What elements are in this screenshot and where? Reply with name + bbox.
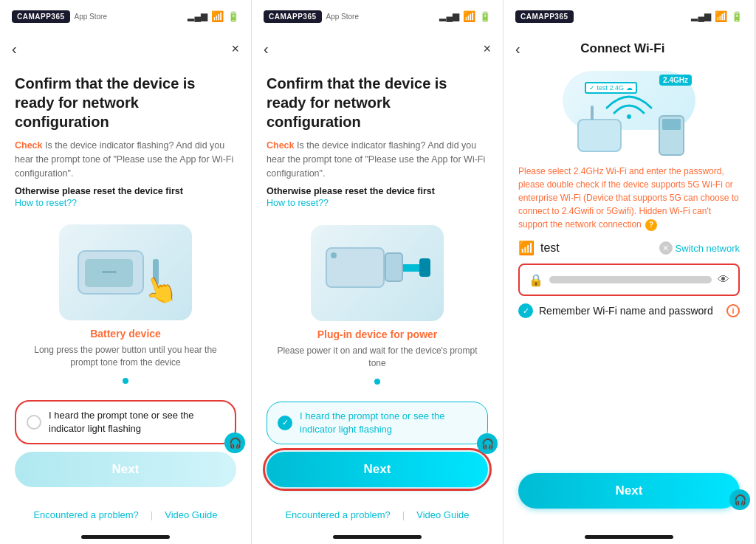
- video-guide-link-1[interactable]: Video Guide: [165, 509, 217, 520]
- close-button-1[interactable]: ×: [231, 41, 239, 57]
- device-label-2: Plug-in device for power: [317, 328, 438, 340]
- check-text-body-1: Is the device indicator flashing? And di…: [15, 140, 233, 179]
- signal-bars-2: ▂▄▆: [439, 11, 459, 21]
- status-bar-2: CAMAPP365 App Store ▂▄▆ 📶 🔋: [252, 0, 503, 32]
- checkbox-circle-2[interactable]: ✓: [278, 416, 292, 430]
- sep-2: |: [402, 509, 405, 520]
- home-bar-2: [333, 535, 422, 539]
- hz-badge: 2.4GHz: [659, 75, 692, 86]
- back-button-3[interactable]: ‹: [515, 41, 520, 58]
- status-icons-3: ▂▄▆ 📶 🔋: [691, 10, 743, 22]
- checkmark-badge: ✓ test 2.4G ☁: [585, 82, 637, 94]
- phone-mini: [659, 115, 684, 156]
- panel-battery-device: CAMAPP365 App Store ▂▄▆ 📶 🔋 ‹ × Confirm …: [0, 0, 252, 544]
- wifi-signal-icon: 📶: [518, 240, 535, 256]
- signal-bars-3: ▂▄▆: [691, 11, 711, 21]
- app-name-badge-2: CAMAPP365: [264, 10, 322, 23]
- password-input[interactable]: [549, 276, 712, 283]
- video-guide-link-2[interactable]: Video Guide: [416, 509, 469, 520]
- page-title-2: Confirm that the device is ready for net…: [267, 74, 488, 131]
- support-icon-3[interactable]: 🎧: [729, 489, 750, 510]
- panel-connect-wifi: CAMAPP365 ▂▄▆ 📶 🔋 ‹ Connect Wi-Fi: [504, 0, 755, 544]
- status-bar-3: CAMAPP365 ▂▄▆ 📶 🔋: [504, 0, 755, 32]
- device-desc-2: Please power it on and wait for the devi…: [267, 345, 488, 370]
- app-name-badge-3: CAMAPP365: [515, 10, 574, 23]
- reset-text-1: Otherwise please reset the device first: [15, 186, 236, 196]
- battery-icon-2: 🔋: [479, 11, 491, 22]
- device-image-plugin: [311, 225, 444, 321]
- dot-indicator-1: [123, 378, 128, 384]
- back-button-1[interactable]: ‹: [12, 41, 17, 58]
- eye-icon[interactable]: 👁: [718, 273, 729, 286]
- page-title-1: Confirm that the device is ready for net…: [15, 74, 236, 131]
- next-button-3[interactable]: Next: [518, 473, 740, 509]
- nav-bar-2: ‹ ×: [252, 32, 503, 65]
- battery-icon-3: 🔋: [731, 11, 743, 22]
- lock-icon: 🔒: [529, 273, 543, 287]
- content-1: Confirm that the device is ready for net…: [0, 65, 251, 503]
- device-label-1: Battery device: [90, 328, 161, 340]
- reset-link-1[interactable]: How to reset??: [15, 198, 236, 208]
- home-bar-1: [81, 535, 170, 539]
- question-mark-icon: ?: [645, 219, 657, 231]
- app-store-label-2: App Store: [326, 13, 359, 21]
- check-description-2: Check Is the device indicator flashing? …: [267, 139, 488, 180]
- sep-1: |: [151, 509, 153, 520]
- home-indicator-2: [252, 529, 503, 544]
- battery-icon-1: 🔋: [227, 11, 239, 22]
- wifi-warning-text: Please select 2.4GHz Wi-Fi and enter the…: [518, 165, 740, 231]
- encountered-problem-link-2[interactable]: Encountered a problem?: [285, 509, 390, 520]
- home-bar-3: [585, 535, 673, 539]
- wifi-illustration: ✓ test 2.4G ☁ 2.4GHz: [518, 71, 740, 156]
- illustration-2: Plug-in device for power Please power it…: [267, 216, 488, 401]
- wifi-icon-3: 📶: [715, 10, 727, 22]
- wifi-network-row: 📶 test ✕ Switch network: [518, 240, 740, 256]
- spacer: [518, 328, 740, 473]
- bottom-links-2: Encountered a problem? | Video Guide: [252, 503, 503, 529]
- illustration-1: 👆 Battery device Long press the power bu…: [15, 216, 236, 399]
- nav-bar-3: ‹ Connect Wi-Fi: [504, 32, 755, 65]
- reset-link-2[interactable]: How to reset??: [267, 198, 488, 208]
- nav-title-3: Connect Wi-Fi: [580, 41, 664, 56]
- checkbox-label-2: I heard the prompt tone or see the indic…: [300, 410, 477, 436]
- status-bar-1: CAMAPP365 App Store ▂▄▆ 📶 🔋: [0, 0, 251, 32]
- switch-network-label: Switch network: [676, 243, 740, 254]
- check-description-1: Check Is the device indicator flashing? …: [15, 139, 236, 180]
- wifi-icon-1: 📶: [211, 10, 224, 22]
- wifi-icon-2: 📶: [463, 10, 475, 22]
- remember-label: Remember Wi-Fi name and password: [539, 305, 721, 317]
- next-button-1[interactable]: Next: [15, 452, 236, 487]
- home-indicator-3: [504, 529, 755, 544]
- password-field[interactable]: 🔒 👁: [518, 264, 740, 296]
- checkbox-circle-1[interactable]: [27, 415, 41, 430]
- support-icon-2[interactable]: 🎧: [477, 433, 498, 454]
- next-button-2[interactable]: Next: [267, 452, 488, 487]
- checkbox-label-1: I heard the prompt tone or see the indic…: [49, 409, 224, 435]
- router-antenna: [591, 106, 594, 120]
- remember-checkbox[interactable]: ✓: [518, 303, 533, 318]
- wifi-section: ✓ test 2.4G ☁ 2.4GHz Please select 2.4GH…: [504, 65, 755, 529]
- app-name-badge-1: CAMAPP365: [12, 10, 70, 23]
- back-button-2[interactable]: ‹: [264, 41, 269, 58]
- encountered-problem-link-1[interactable]: Encountered a problem?: [33, 509, 138, 520]
- support-icon-1[interactable]: 🎧: [224, 433, 245, 453]
- device-image-battery: 👆: [59, 224, 192, 320]
- device-desc-1: Long press the power button until you he…: [15, 344, 236, 369]
- status-icons-1: ▂▄▆ 📶 🔋: [188, 10, 239, 22]
- switch-network-button[interactable]: ✕ Switch network: [659, 241, 740, 255]
- check-text-body-2: Is the device indicator flashing? And di…: [267, 140, 485, 179]
- app-store-label-1: App Store: [75, 13, 107, 21]
- router-body: [577, 119, 622, 152]
- close-button-2[interactable]: ×: [483, 41, 491, 57]
- switch-x-icon: ✕: [659, 241, 673, 255]
- dot-indicator-2: [374, 379, 380, 385]
- nav-bar-1: ‹ ×: [0, 32, 251, 65]
- remember-row: ✓ Remember Wi-Fi name and password i: [518, 303, 740, 318]
- info-icon[interactable]: i: [726, 304, 740, 317]
- bottom-links-1: Encountered a problem? | Video Guide: [0, 503, 251, 529]
- reset-text-2: Otherwise please reset the device first: [267, 186, 488, 196]
- checkbox-area-1[interactable]: I heard the prompt tone or see the indic…: [15, 400, 236, 444]
- status-icons-2: ▂▄▆ 📶 🔋: [439, 10, 491, 22]
- checkbox-area-2[interactable]: ✓ I heard the prompt tone or see the ind…: [267, 402, 488, 444]
- wifi-warning-content: Please select 2.4GHz Wi-Fi and enter the…: [518, 166, 739, 230]
